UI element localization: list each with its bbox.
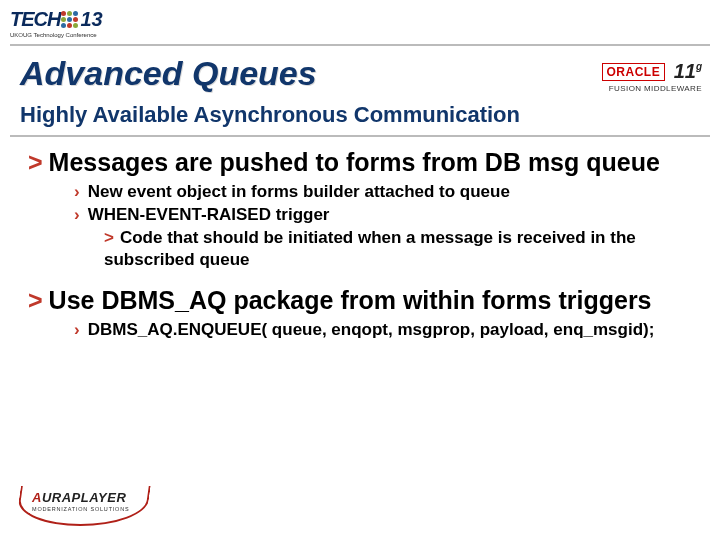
angle-right-icon: ›: [74, 320, 80, 339]
oracle-version-text: 11g: [674, 60, 702, 83]
logo-subtext: UKOUG Technology Conference: [10, 32, 103, 38]
oracle-logo: ORACLE 11g FUSION MIDDLEWARE: [602, 60, 702, 93]
bullet-1: >Messages are pushed to forms from DB ms…: [28, 148, 692, 177]
bullet-1-2: ›WHEN-EVENT-RAISED trigger: [74, 204, 692, 225]
oracle-product-line: FUSION MIDDLEWARE: [602, 84, 702, 93]
chevron-right-icon: >: [28, 148, 43, 176]
chevron-right-icon: >: [28, 286, 43, 314]
oracle-brand-text: ORACLE: [602, 63, 666, 81]
bullet-2: >Use DBMS_AQ package from within forms t…: [28, 286, 692, 315]
slide-body: >Messages are pushed to forms from DB ms…: [28, 148, 692, 354]
bullet-2-1: ›DBMS_AQ.ENQUEUE( queue, enqopt, msgprop…: [74, 319, 692, 340]
auraplayer-logo: AURAPLAYER MODERNIZATION SOLUTIONS: [18, 484, 148, 526]
bullet-1-1: ›New event object in forms builder attac…: [74, 181, 692, 202]
auraplayer-tagline: MODERNIZATION SOLUTIONS: [32, 506, 129, 512]
bullet-1-2-1: >Code that should be initiated when a me…: [104, 227, 692, 270]
divider-top: [10, 44, 710, 46]
conference-logo: TECH 13 UKOUG Technology Conference: [10, 8, 103, 38]
bullet-1-sublist: ›New event object in forms builder attac…: [74, 181, 692, 270]
logo-year-text: 13: [80, 8, 102, 31]
chevron-right-icon: >: [104, 228, 114, 247]
bullet-2-sublist: ›DBMS_AQ.ENQUEUE( queue, enqopt, msgprop…: [74, 319, 692, 340]
logo-tech-text: TECH: [10, 8, 60, 31]
slide-title: Advanced Queues: [20, 54, 317, 93]
logo-dots-icon: [61, 11, 78, 28]
slide-subtitle: Highly Available Asynchronous Communicat…: [20, 102, 520, 128]
divider-under-subtitle: [10, 135, 710, 137]
angle-right-icon: ›: [74, 205, 80, 224]
angle-right-icon: ›: [74, 182, 80, 201]
auraplayer-brand-text: AURAPLAYER: [32, 490, 126, 505]
